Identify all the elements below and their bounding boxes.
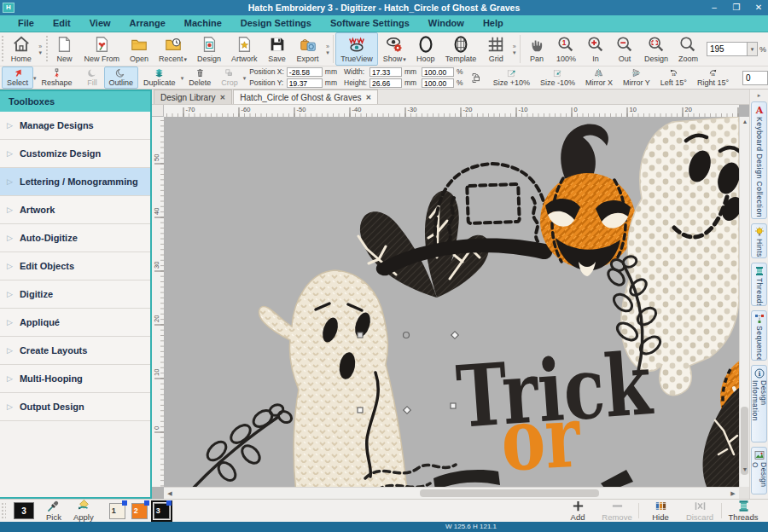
vertical-scrollbar[interactable]: ▲ ▼ [739, 117, 749, 487]
height-percent-input[interactable] [422, 78, 454, 88]
fill-button[interactable]: Fill [81, 66, 104, 89]
remove-thread-button[interactable]: Remove [597, 500, 637, 522]
threads-panel-button[interactable]: Threads [724, 500, 763, 522]
tab-sequence[interactable]: Sequence [751, 310, 767, 361]
menu-item[interactable]: Design Settings [231, 15, 321, 32]
menu-item[interactable]: Help [474, 15, 513, 32]
mirror-y-button[interactable]: Mirror Y [618, 66, 655, 89]
close-button[interactable]: ✕ [749, 2, 768, 14]
toolbox-item[interactable]: ▷ Appliqué [0, 309, 150, 337]
new-button[interactable]: New [49, 32, 79, 66]
tab-threads[interactable]: Threads [751, 263, 767, 306]
tab-design-information[interactable]: i Design Information [751, 365, 767, 442]
tab-design-overview[interactable]: Design O [751, 447, 767, 494]
zoom-level-dropdown-icon[interactable]: ▾ [748, 42, 758, 56]
duplicate-button[interactable]: Duplicate [138, 66, 181, 89]
tab-hints[interactable]: Hints [751, 223, 767, 258]
toolbox-item[interactable]: ▷ Create Layouts [0, 337, 150, 365]
embroidery-design-canvas[interactable]: Trick or [164, 117, 739, 487]
tab-keyboard-design-collection[interactable]: A Keyboard Design Collection [751, 101, 767, 219]
new-from-button[interactable]: New From [79, 32, 125, 66]
crop-button[interactable]: Crop [216, 66, 243, 89]
view-group-more-button[interactable]: »▾ [510, 32, 518, 66]
scroll-down-icon[interactable]: ▼ [740, 465, 750, 475]
save-button[interactable]: Save [263, 32, 292, 66]
menu-item[interactable]: File [9, 15, 44, 32]
export-button[interactable]: Export [292, 32, 324, 66]
toolbox-item[interactable]: ▷ Multi-Hooping [0, 365, 150, 393]
show-button[interactable]: Show▾ [378, 32, 411, 66]
document-tab[interactable]: Design Library ✕ [154, 90, 232, 104]
toolbox-item[interactable]: ▷ Auto-Digitize [0, 224, 150, 252]
width-input[interactable] [369, 67, 402, 77]
toolbar-grip[interactable] [1, 502, 6, 519]
rotate-angle-input[interactable] [742, 71, 768, 85]
laurel-branch-left[interactable] [193, 403, 294, 487]
select-button[interactable]: Select [2, 66, 33, 89]
lock-aspect-icon[interactable] [468, 72, 481, 84]
zoom-design-button[interactable]: Design [639, 32, 673, 66]
delete-button[interactable]: Delete [183, 66, 216, 89]
tab-close-icon[interactable]: ✕ [365, 94, 371, 101]
canvas-area[interactable]: -70-60-50-40-30-20-100102030 50403020100 [152, 105, 749, 499]
menu-item[interactable]: Arrange [120, 15, 175, 32]
menu-item[interactable]: View [80, 15, 120, 32]
grid-button[interactable]: Grid [481, 32, 510, 66]
hoop-button[interactable]: Hoop [411, 32, 440, 66]
thread-color-chip[interactable]: 2 [131, 503, 148, 519]
pan-button[interactable]: Pan [522, 32, 551, 66]
home-more-button[interactable]: »▾ [37, 32, 44, 66]
pick-color-button[interactable]: Pick [46, 500, 61, 522]
position-x-input[interactable] [287, 67, 323, 77]
hide-thread-button[interactable]: Hide [641, 500, 680, 522]
width-percent-input[interactable] [422, 67, 454, 77]
scroll-left-icon[interactable]: ◀ [164, 488, 176, 500]
zoom-level-input[interactable] [707, 42, 748, 56]
add-thread-button[interactable]: Add [558, 500, 597, 522]
open-button[interactable]: Open [125, 32, 154, 66]
scroll-up-icon[interactable]: ▲ [740, 117, 750, 127]
maximize-button[interactable]: ❐ [727, 2, 746, 14]
menu-item[interactable]: Software Settings [321, 15, 419, 32]
crop-more-button[interactable]: ▾ [243, 66, 247, 89]
toolbox-item[interactable]: ▷ Customize Design [0, 140, 150, 168]
apply-color-button[interactable]: Apply [73, 500, 94, 522]
thread-color-chip[interactable]: 3 [154, 503, 170, 519]
toolbox-item[interactable]: ▷ Output Design [0, 393, 150, 421]
toolbox-item[interactable]: ▷ Edit Objects [0, 252, 150, 280]
menu-item[interactable]: Machine [175, 15, 231, 32]
template-button[interactable]: Template [440, 32, 482, 66]
toolbar-grip[interactable] [45, 35, 49, 63]
discard-thread-button[interactable]: Discard [680, 500, 719, 522]
trueview-button[interactable]: TrueView [335, 32, 378, 66]
size-down-button[interactable]: Size -10% [535, 66, 580, 89]
height-input[interactable] [369, 78, 402, 88]
zoom-out-button[interactable]: Out [610, 32, 639, 66]
zoom-100-button[interactable]: 1 100% [551, 32, 581, 66]
minimize-button[interactable]: – [705, 2, 724, 14]
pumpkin[interactable] [540, 124, 636, 276]
design-word-or[interactable]: or [498, 386, 583, 487]
tab-close-icon[interactable]: ✕ [219, 94, 225, 101]
toolbox-item[interactable]: ▷ Manage Designs [0, 112, 150, 140]
rotate-right-15-button[interactable]: 15 Right 15° [692, 66, 734, 89]
toolbar-grip[interactable] [1, 35, 5, 63]
reshape-button[interactable]: Reshape [37, 66, 78, 89]
size-up-button[interactable]: Size +10% [488, 66, 535, 89]
toolbox-item[interactable]: ▷ Artwork [0, 196, 150, 224]
thread-color-chip[interactable]: 1 [109, 503, 125, 519]
zoom-in-button[interactable]: In [581, 32, 610, 66]
file-group-more-button[interactable]: »▾ [324, 32, 332, 66]
menu-item[interactable]: Window [419, 15, 474, 32]
artwork-button[interactable]: Artwork [226, 32, 263, 66]
horizontal-scroll-thumb[interactable] [420, 489, 599, 497]
home-button[interactable]: Home [6, 32, 37, 66]
scroll-right-icon[interactable]: ▶ [727, 488, 739, 500]
mirror-x-button[interactable]: Mirror X [580, 66, 618, 89]
menu-item[interactable]: Edit [44, 15, 80, 32]
ghost-left[interactable] [259, 270, 407, 487]
toolbox-item[interactable]: ▷ Lettering / Monogramming [0, 168, 150, 196]
outline-button[interactable]: Outline [104, 66, 139, 89]
document-tab[interactable]: Hatch_Circle of Ghost & Graves ✕ [233, 90, 378, 104]
design-insert-button[interactable]: Design [192, 32, 226, 66]
